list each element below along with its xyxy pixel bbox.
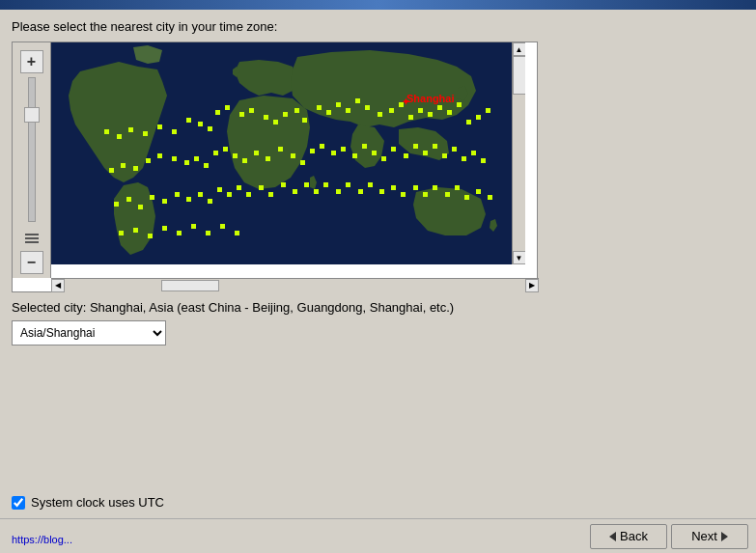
city-dot[interactable] xyxy=(259,185,264,190)
city-dot[interactable] xyxy=(413,144,418,149)
city-dot[interactable] xyxy=(177,231,182,235)
map-scroll-area[interactable]: ✦ Shanghai ▲ ▼ xyxy=(51,42,525,278)
city-dot[interactable] xyxy=(433,185,437,190)
city-dot[interactable] xyxy=(372,151,377,155)
city-dot[interactable] xyxy=(157,153,162,158)
city-dot[interactable] xyxy=(428,112,433,117)
city-dot[interactable] xyxy=(194,156,199,161)
city-dot[interactable] xyxy=(175,192,180,197)
city-dot[interactable] xyxy=(391,147,396,152)
back-button[interactable]: Back xyxy=(590,524,667,549)
city-dot[interactable] xyxy=(300,160,305,165)
city-dot[interactable] xyxy=(162,199,167,204)
city-dot[interactable] xyxy=(227,192,232,197)
city-dot[interactable] xyxy=(379,189,384,194)
city-dot[interactable] xyxy=(273,120,278,124)
city-dot[interactable] xyxy=(447,110,452,115)
city-dot[interactable] xyxy=(133,228,138,233)
timezone-select[interactable]: Asia/Shanghai xyxy=(12,320,166,346)
city-dot[interactable] xyxy=(162,226,167,231)
city-dot[interactable] xyxy=(191,224,196,229)
city-dot[interactable] xyxy=(117,134,122,139)
city-dot[interactable] xyxy=(358,189,363,194)
city-dot[interactable] xyxy=(225,105,230,110)
city-dot[interactable] xyxy=(336,102,341,107)
scrollbar-h-track[interactable] xyxy=(65,279,525,292)
city-dot[interactable] xyxy=(186,197,191,202)
city-dot[interactable] xyxy=(198,192,203,197)
city-dot[interactable] xyxy=(208,199,212,204)
city-dot[interactable] xyxy=(391,185,396,190)
city-dot[interactable] xyxy=(208,126,212,131)
city-dot[interactable] xyxy=(104,129,109,134)
city-dot[interactable] xyxy=(237,185,241,190)
city-dot[interactable] xyxy=(268,192,273,197)
city-dot[interactable] xyxy=(336,189,341,194)
city-dot[interactable] xyxy=(464,195,469,200)
city-dot[interactable] xyxy=(109,168,114,173)
city-dot[interactable] xyxy=(418,108,423,113)
city-dot[interactable] xyxy=(471,151,476,155)
city-dot[interactable] xyxy=(404,153,408,158)
city-dot[interactable] xyxy=(172,129,177,134)
city-dot[interactable] xyxy=(355,98,360,103)
city-dot[interactable] xyxy=(481,158,486,163)
city-dot[interactable] xyxy=(368,182,373,187)
city-dot[interactable] xyxy=(235,231,239,235)
city-dot[interactable] xyxy=(249,108,254,113)
city-dot[interactable] xyxy=(433,144,437,149)
city-dot[interactable] xyxy=(317,105,322,110)
city-dot[interactable] xyxy=(119,231,124,235)
city-dot[interactable] xyxy=(452,147,457,152)
zoom-in-button[interactable]: + xyxy=(20,50,43,73)
city-dot[interactable] xyxy=(341,147,346,152)
city-dot[interactable] xyxy=(128,127,133,132)
city-dot[interactable] xyxy=(294,108,299,113)
scrollbar-v-down-button[interactable]: ▼ xyxy=(513,251,526,264)
city-dot[interactable] xyxy=(457,102,462,107)
city-dot[interactable] xyxy=(488,195,492,200)
city-dot[interactable] xyxy=(217,187,222,192)
city-dot[interactable] xyxy=(423,151,428,155)
city-dot[interactable] xyxy=(138,205,143,209)
city-dot[interactable] xyxy=(220,224,225,229)
city-dot[interactable] xyxy=(378,112,382,117)
city-dot[interactable] xyxy=(326,110,331,115)
zoom-out-button[interactable]: − xyxy=(20,251,43,274)
city-dot[interactable] xyxy=(423,192,428,197)
city-dot[interactable] xyxy=(215,110,220,115)
city-dot[interactable] xyxy=(437,105,442,110)
city-dot[interactable] xyxy=(157,124,162,129)
city-dot[interactable] xyxy=(302,118,307,123)
city-dot[interactable] xyxy=(254,151,259,155)
city-dot[interactable] xyxy=(362,144,367,149)
city-dot[interactable] xyxy=(239,112,244,117)
city-dot[interactable] xyxy=(389,108,394,113)
city-dot[interactable] xyxy=(233,153,238,158)
scrollbar-v-up-button[interactable]: ▲ xyxy=(513,42,526,56)
city-dot[interactable] xyxy=(114,202,119,207)
city-dot[interactable] xyxy=(486,108,490,113)
city-dot[interactable] xyxy=(331,151,336,155)
utc-checkbox[interactable] xyxy=(12,496,25,510)
city-dot[interactable] xyxy=(278,147,283,152)
city-dot[interactable] xyxy=(445,192,450,197)
city-dot[interactable] xyxy=(455,185,460,190)
city-dot[interactable] xyxy=(346,108,350,113)
city-dot[interactable] xyxy=(323,182,328,187)
city-dot[interactable] xyxy=(133,166,138,171)
city-dot[interactable] xyxy=(365,105,370,110)
city-dot[interactable] xyxy=(246,192,251,197)
zoom-slider-thumb[interactable] xyxy=(24,107,40,123)
city-dot[interactable] xyxy=(148,234,153,238)
city-dot[interactable] xyxy=(281,182,286,187)
city-dot[interactable] xyxy=(126,197,131,202)
city-dot[interactable] xyxy=(462,156,466,161)
city-dot[interactable] xyxy=(314,189,319,194)
city-dot[interactable] xyxy=(143,131,148,136)
city-dot[interactable] xyxy=(346,182,350,187)
city-dot[interactable] xyxy=(310,149,315,153)
city-dot[interactable] xyxy=(283,112,288,117)
city-dot[interactable] xyxy=(121,163,126,168)
city-dot[interactable] xyxy=(206,231,210,235)
